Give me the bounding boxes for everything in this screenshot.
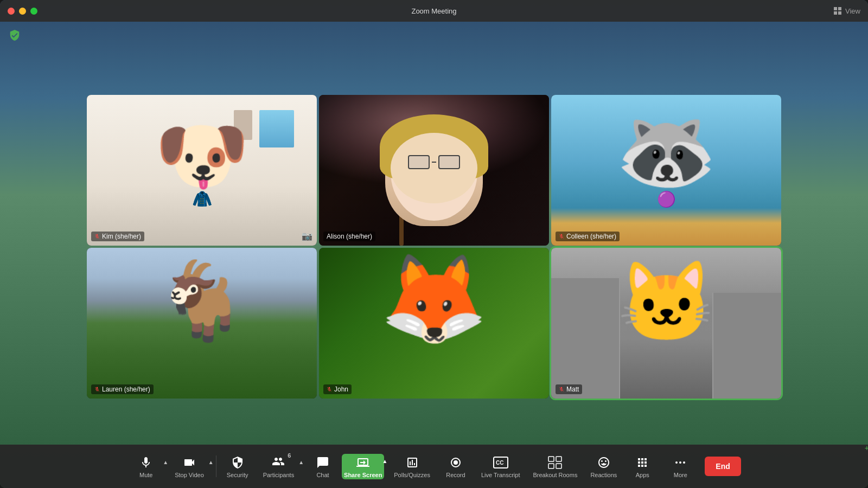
participant-cell-matt[interactable]: 🐱 Matt <box>551 248 781 399</box>
participants-group: 6 Participants ▲ <box>257 455 304 478</box>
polls-button[interactable]: Polls/Quizzes <box>387 455 437 478</box>
live-transcript-button[interactable]: CC Live Transcript <box>475 455 527 478</box>
breakout-rooms-button[interactable]: Breakout Rooms <box>526 455 584 478</box>
apps-label: Apps <box>636 472 649 478</box>
minimize-button[interactable] <box>19 8 26 15</box>
security-label: Security <box>227 472 248 478</box>
toolbar: Mute ▲ Stop Video ▲ Sec <box>0 445 868 488</box>
grid-view-icon <box>834 7 843 15</box>
more-label: More <box>674 472 687 478</box>
mic-off-icon-3 <box>94 387 100 392</box>
polls-label: Polls/Quizzes <box>394 472 430 478</box>
mute-group: Mute ▲ <box>127 455 168 478</box>
security-shield-icon <box>9 29 21 41</box>
share-screen-group: Share Screen ▲ <box>342 454 387 479</box>
matt-avatar: 🐱 <box>617 263 716 342</box>
chat-button[interactable]: Chat <box>304 455 342 478</box>
kim-name-label: Kim (she/her) <box>91 232 144 241</box>
apps-button[interactable]: Apps <box>623 455 661 478</box>
divider-1 <box>216 455 216 477</box>
participants-label: Participants <box>263 472 294 478</box>
share-screen-icon <box>355 455 371 470</box>
svg-point-5 <box>454 460 458 465</box>
svg-rect-8 <box>548 457 554 461</box>
breakout-icon <box>547 455 563 470</box>
participant-cell-kim[interactable]: 🐶 🧥 Kim (she/her) 📷 <box>87 95 317 246</box>
window-title: Zoom Meeting <box>411 7 456 15</box>
video-grid: 🐶 🧥 Kim (she/her) 📷 <box>87 95 781 399</box>
video-icon <box>182 455 197 470</box>
participants-icon-wrapper: 6 <box>271 455 285 470</box>
reactions-button[interactable]: + Reactions <box>584 455 623 478</box>
record-label: Record <box>446 472 465 478</box>
mic-off-icon-2 <box>559 234 564 239</box>
participant-cell-lauren[interactable]: 🐐 Lauren (she/her) <box>87 248 317 399</box>
reactions-label: Reactions <box>590 472 617 478</box>
maximize-button[interactable] <box>30 8 37 15</box>
window-controls <box>8 8 37 15</box>
svg-rect-3 <box>838 11 841 15</box>
mute-button[interactable]: Mute <box>127 455 165 478</box>
kim-camera-icon: 📷 <box>302 231 312 241</box>
svg-rect-2 <box>834 11 837 15</box>
end-button[interactable]: End <box>705 457 741 476</box>
svg-rect-0 <box>834 7 837 10</box>
top-bar <box>0 22 868 49</box>
stop-video-button[interactable]: Stop Video <box>168 455 210 478</box>
security-button[interactable]: Security <box>219 455 257 478</box>
participants-button[interactable]: 6 Participants <box>257 455 301 478</box>
apps-icon <box>635 455 650 470</box>
record-icon <box>448 455 463 470</box>
live-transcript-label: Live Transcript <box>481 472 520 478</box>
svg-rect-11 <box>556 464 561 468</box>
mic-off-icon <box>94 234 100 239</box>
participants-count: 6 <box>288 452 291 459</box>
close-button[interactable] <box>8 8 15 15</box>
participant-cell-colleen[interactable]: 🦝 🟣 Colleen (she/her) <box>551 95 781 246</box>
cc-icon: CC <box>493 455 508 470</box>
participant-cell-alison[interactable]: Alison (she/her) <box>319 95 549 246</box>
video-area: 🐶 🧥 Kim (she/her) 📷 <box>0 49 868 445</box>
security-icon <box>230 455 245 470</box>
chat-label: Chat <box>316 472 329 478</box>
breakout-rooms-label: Breakout Rooms <box>533 472 577 478</box>
john-name-label: John <box>323 384 352 394</box>
participant-cell-john[interactable]: 🦊 John <box>319 248 549 399</box>
lauren-avatar: 🐐 <box>155 263 250 339</box>
share-screen-label: Share Screen <box>344 472 382 478</box>
view-button[interactable]: View <box>834 7 860 15</box>
video-caret[interactable]: ▲ <box>208 459 214 465</box>
participants-caret[interactable]: ▲ <box>298 459 304 465</box>
svg-rect-10 <box>548 464 554 468</box>
share-screen-caret[interactable]: ▲ <box>382 458 387 464</box>
alison-name-label: Alison (she/her) <box>323 232 375 241</box>
mic-off-icon-4 <box>327 387 332 392</box>
svg-text:CC: CC <box>496 460 503 466</box>
participants-icon <box>271 455 285 468</box>
zoom-window: Zoom Meeting View <box>0 0 868 488</box>
colleen-avatar: 🦝 <box>616 110 717 191</box>
polls-icon <box>405 455 420 470</box>
svg-point-12 <box>675 461 678 464</box>
svg-rect-9 <box>556 457 561 461</box>
title-bar: Zoom Meeting View <box>0 0 868 22</box>
svg-point-14 <box>683 461 685 464</box>
svg-rect-1 <box>838 7 841 10</box>
stop-video-label: Stop Video <box>175 472 204 478</box>
matt-name-label: Matt <box>556 384 582 394</box>
reactions-icon: + <box>596 455 611 470</box>
john-avatar: 🦊 <box>380 255 488 342</box>
main-content: 🐶 🧥 Kim (she/her) 📷 <box>0 22 868 488</box>
kim-avatar: 🐶 <box>155 118 250 194</box>
colleen-name-label: Colleen (she/her) <box>556 232 620 241</box>
more-icon <box>673 455 688 470</box>
svg-point-13 <box>679 461 681 464</box>
mute-label: Mute <box>139 472 152 478</box>
stop-video-group: Stop Video ▲ <box>168 455 214 478</box>
more-button[interactable]: More <box>661 455 699 478</box>
mic-off-icon-5 <box>559 387 564 392</box>
record-button[interactable]: Record <box>437 455 475 478</box>
mic-icon <box>138 455 154 470</box>
mute-caret[interactable]: ▲ <box>163 459 168 465</box>
share-screen-button[interactable]: Share Screen <box>342 454 384 479</box>
